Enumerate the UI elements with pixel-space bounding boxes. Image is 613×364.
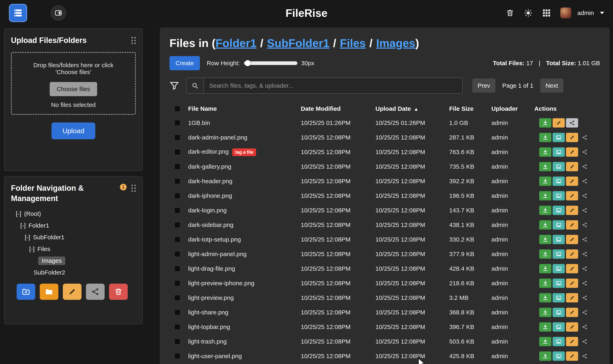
share-button[interactable]	[579, 133, 590, 142]
collapse-toggle-icon[interactable]: [-]	[29, 246, 35, 252]
tree-item-subfolder1[interactable]: [-]SubFolder1	[11, 231, 136, 243]
file-name[interactable]: light-share.png	[188, 309, 228, 316]
edit-button[interactable]	[566, 351, 578, 361]
search-icon[interactable]	[186, 78, 204, 93]
row-checkbox[interactable]	[174, 236, 181, 243]
share-button[interactable]	[579, 235, 590, 244]
download-button[interactable]	[539, 337, 551, 346]
row-checkbox[interactable]	[174, 295, 181, 301]
preview-button[interactable]	[553, 133, 565, 142]
trash-icon[interactable]	[506, 9, 515, 17]
preview-button[interactable]	[553, 191, 565, 200]
share-button[interactable]	[579, 351, 590, 361]
edit-button[interactable]	[566, 220, 578, 230]
download-button[interactable]	[539, 279, 551, 288]
share-button[interactable]	[579, 337, 590, 346]
app-logo-button[interactable]	[9, 4, 27, 22]
choose-files-button[interactable]: Choose files	[50, 82, 97, 96]
create-folder-button[interactable]	[17, 284, 35, 300]
share-button[interactable]	[579, 279, 590, 288]
download-button[interactable]	[539, 162, 551, 171]
tree-item-folder1[interactable]: [-]Folder1	[11, 220, 136, 231]
file-name[interactable]: dark-iphone.png	[188, 192, 232, 199]
preview-button[interactable]	[553, 162, 565, 171]
row-height-slider[interactable]	[244, 61, 297, 65]
edit-button[interactable]	[566, 162, 578, 171]
edit-button[interactable]	[566, 337, 578, 346]
file-name[interactable]: light-user-panel.png	[188, 353, 242, 359]
search-input[interactable]	[204, 78, 462, 93]
drag-handle-icon[interactable]	[131, 37, 136, 44]
avatar[interactable]	[560, 8, 571, 18]
upload-dropzone[interactable]: Drop files/folders here or click 'Choose…	[11, 52, 136, 115]
edit-button[interactable]	[566, 279, 578, 288]
user-menu-label[interactable]: admin	[577, 10, 594, 16]
download-button[interactable]	[539, 177, 551, 186]
download-button[interactable]	[539, 133, 551, 142]
column-header-file-size[interactable]: File Size	[449, 105, 491, 112]
preview-button[interactable]	[553, 220, 565, 230]
row-checkbox[interactable]	[174, 193, 181, 199]
row-checkbox[interactable]	[174, 338, 181, 345]
preview-button[interactable]	[553, 147, 565, 157]
row-checkbox[interactable]	[174, 251, 181, 257]
file-name[interactable]: dark-admin-panel.png	[188, 134, 247, 141]
file-name[interactable]: dark-editor.png	[188, 148, 229, 155]
rename-folder-button[interactable]	[63, 284, 82, 300]
preview-button[interactable]	[553, 337, 565, 346]
row-checkbox[interactable]	[174, 309, 181, 315]
column-header-actions[interactable]: Actions	[534, 105, 600, 112]
row-checkbox[interactable]	[174, 324, 181, 330]
drag-handle-icon[interactable]	[131, 185, 136, 192]
share-button[interactable]	[579, 220, 590, 230]
row-checkbox[interactable]	[174, 222, 181, 228]
edit-button[interactable]	[566, 235, 578, 244]
download-button[interactable]	[539, 220, 551, 230]
preview-button[interactable]	[553, 235, 565, 244]
column-header-file-name[interactable]: File Name	[188, 105, 301, 112]
panel-toggle-button[interactable]	[51, 5, 66, 21]
upload-button[interactable]: Upload	[52, 122, 95, 139]
download-button[interactable]	[539, 308, 551, 317]
share-button[interactable]	[579, 322, 590, 332]
preview-button[interactable]	[553, 177, 565, 186]
breadcrumb-link-files[interactable]: Files	[340, 37, 366, 49]
row-checkbox[interactable]	[174, 164, 181, 170]
row-checkbox[interactable]	[174, 149, 181, 155]
move-folder-button[interactable]	[40, 284, 58, 300]
share-button[interactable]	[579, 177, 590, 186]
row-checkbox[interactable]	[174, 134, 181, 141]
download-button[interactable]	[539, 235, 551, 244]
edit-button[interactable]	[566, 191, 578, 200]
create-button[interactable]: Create	[169, 56, 200, 70]
file-name[interactable]: light-topbar.png	[188, 324, 230, 330]
row-checkbox[interactable]	[174, 280, 181, 286]
share-button[interactable]	[579, 191, 590, 200]
file-name[interactable]: light-trash.png	[188, 338, 227, 345]
download-button[interactable]	[539, 147, 551, 157]
preview-button[interactable]	[553, 206, 565, 215]
edit-button[interactable]	[566, 264, 578, 273]
share-folder-button[interactable]	[86, 284, 105, 300]
preview-button[interactable]	[553, 322, 565, 332]
tree-item-files[interactable]: [-]Files	[11, 243, 136, 255]
edit-button[interactable]	[566, 133, 578, 142]
next-page-button[interactable]: Next	[540, 78, 563, 93]
preview-button[interactable]	[553, 308, 565, 317]
brightness-icon[interactable]	[524, 9, 533, 17]
preview-button[interactable]	[553, 351, 565, 361]
row-checkbox[interactable]	[174, 266, 181, 272]
file-name[interactable]: dark-sidebar.png	[188, 221, 233, 228]
share-button[interactable]	[579, 308, 590, 317]
download-button[interactable]	[539, 191, 551, 200]
file-name[interactable]: dark-header.png	[188, 178, 233, 184]
preview-button[interactable]	[553, 249, 565, 259]
preview-button[interactable]	[553, 264, 565, 273]
edit-button[interactable]	[566, 322, 578, 332]
collapse-toggle-icon[interactable]: [-]	[16, 210, 21, 217]
preview-button[interactable]	[553, 293, 565, 302]
download-button[interactable]	[539, 293, 551, 302]
edit-button[interactable]	[566, 177, 578, 186]
share-button[interactable]	[579, 249, 590, 259]
slider-thumb[interactable]	[245, 60, 251, 66]
